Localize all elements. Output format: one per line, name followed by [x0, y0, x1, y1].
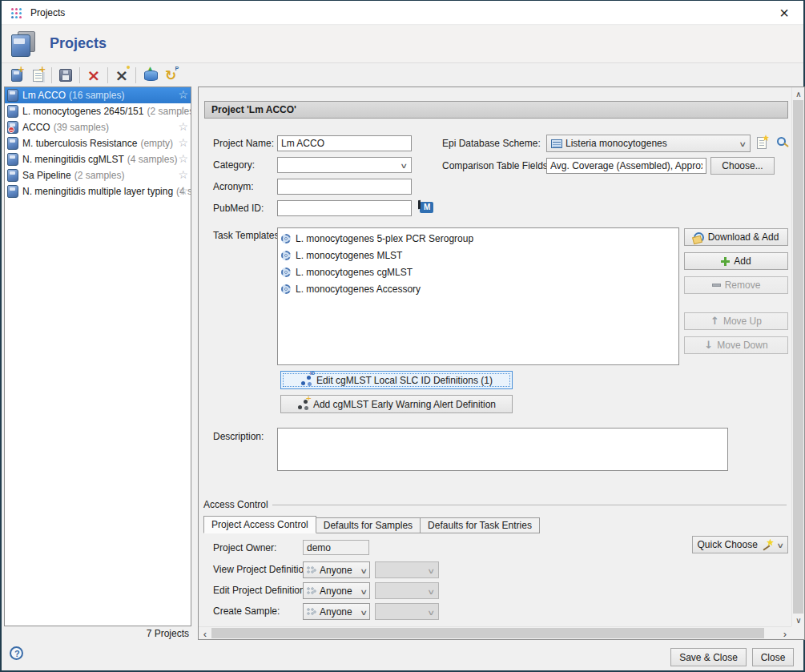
vertical-scrollbar[interactable] [791, 87, 804, 626]
chevron-down-icon [429, 585, 434, 597]
save-project-button[interactable] [56, 66, 75, 85]
task-template-item[interactable]: L. monocytogenes MLST [278, 247, 678, 264]
star-icon[interactable] [178, 136, 188, 149]
star-icon[interactable] [178, 120, 188, 133]
scroll-right-icon[interactable] [779, 627, 791, 640]
scroll-up-icon[interactable] [792, 87, 805, 100]
create-sample-label: Create Sample: [213, 606, 280, 617]
tab-defaults-for-task-entries[interactable]: Defaults for Task Entries [421, 517, 540, 533]
task-template-item[interactable]: L. monocytogenes Accessory [278, 280, 678, 297]
view-definition-user-select [375, 561, 439, 578]
view-definition-select[interactable]: Anyone [303, 561, 370, 578]
add-button[interactable]: Add [684, 252, 788, 270]
task-template-name: L. monocytogenes cgMLST [296, 267, 413, 278]
project-list-item[interactable]: ACCO (39 samples) [5, 119, 191, 135]
projects-icon [11, 31, 40, 57]
project-list-item[interactable]: L. monocytogenes 2645/151 (2 samples) [5, 103, 191, 119]
acronym-input[interactable] [277, 179, 412, 195]
access-control-title: Access Control [203, 499, 268, 510]
task-template-name: L. monocytogenes 5-plex PCR Serogroup [296, 233, 473, 244]
duplicate-project-icon [33, 70, 43, 82]
project-name: ACCO [22, 122, 50, 133]
search-scheme-icon[interactable] [777, 137, 786, 146]
close-button[interactable]: Close [752, 648, 794, 666]
star-icon[interactable] [178, 184, 188, 197]
horizontal-scroll-thumb[interactable] [211, 628, 764, 638]
project-list-item[interactable]: N. meningitidis multiple layer typing (4… [5, 183, 191, 199]
star-icon[interactable] [178, 152, 188, 165]
move-down-button[interactable]: Move Down [684, 336, 788, 354]
task-templates-list[interactable]: L. monocytogenes 5-plex PCR Serogroup L.… [277, 227, 679, 365]
edit-slc-definitions-label: Edit cgMLST Local SLC ID Definitions (1) [316, 375, 493, 386]
project-icon [7, 89, 18, 102]
database-upload-button[interactable] [140, 66, 159, 85]
add-early-warning-button[interactable]: Add cgMLST Early Warning Alert Definitio… [280, 395, 513, 413]
close-icon[interactable] [775, 4, 794, 22]
project-list-item[interactable]: Lm ACCO (16 samples) [5, 87, 191, 103]
project-list-item[interactable]: N. meningitidis cgMLST (4 samples) [5, 151, 191, 167]
star-icon[interactable] [178, 104, 188, 117]
pubmed-icon[interactable] [420, 202, 433, 213]
project-list-item[interactable]: M. tuberculosis Resistance (empty) [5, 135, 191, 151]
tab-project-access-control[interactable]: Project Access Control [203, 516, 316, 533]
epi-scheme-select[interactable]: Listeria monocytogenes [546, 135, 751, 152]
panel-title: Project 'Lm ACCO' [204, 101, 788, 119]
edit-definition-value: Anyone [320, 585, 352, 597]
delete-with-samples-icon [115, 67, 129, 83]
delete-with-samples-button[interactable] [112, 66, 131, 85]
chevron-down-icon [361, 606, 367, 618]
database-upload-icon [144, 70, 156, 81]
new-scheme-icon[interactable] [757, 137, 767, 149]
star-icon[interactable] [178, 168, 188, 181]
choose-fields-button[interactable]: Choose... [710, 157, 775, 175]
edit-definition-select[interactable]: Anyone [303, 582, 370, 599]
project-count-footer: 7 Projects [4, 628, 191, 639]
vertical-scroll-thumb[interactable] [793, 100, 803, 614]
move-up-button[interactable]: Move Up [684, 312, 788, 330]
remove-button[interactable]: Remove [684, 276, 788, 294]
create-sample-value: Anyone [320, 606, 352, 618]
quick-choose-button[interactable]: Quick Choose [692, 536, 788, 553]
create-sample-user-select [375, 603, 439, 620]
remove-label: Remove [725, 280, 761, 291]
chevron-down-icon [401, 159, 407, 171]
new-project-icon [11, 69, 22, 82]
choose-fields-label: Choose... [722, 160, 763, 171]
description-label: Description: [213, 431, 264, 442]
synchronize-button[interactable] [161, 66, 180, 85]
arrow-down-icon [704, 340, 713, 351]
horizontal-scrollbar[interactable] [199, 626, 791, 639]
comparison-fields-input[interactable] [546, 158, 706, 174]
acronym-label: Acronym: [213, 181, 254, 192]
minus-icon [712, 284, 721, 287]
scroll-down-icon[interactable] [792, 614, 805, 626]
delete-project-button[interactable] [84, 66, 103, 85]
group-divider [272, 505, 787, 505]
star-icon[interactable] [178, 88, 188, 101]
add-label: Add [734, 256, 751, 267]
task-template-name: L. monocytogenes Accessory [296, 284, 421, 295]
save-close-button[interactable]: Save & Close [670, 648, 747, 666]
create-sample-select[interactable]: Anyone [303, 603, 370, 620]
task-template-item[interactable]: L. monocytogenes 5-plex PCR Serogroup [278, 230, 678, 247]
project-name: Lm ACCO [22, 90, 66, 101]
description-textarea[interactable] [277, 428, 728, 471]
group-icon [306, 565, 316, 575]
tab-defaults-for-samples[interactable]: Defaults for Samples [316, 517, 421, 533]
project-list-item[interactable]: Sa Pipeline (2 samples) [5, 167, 191, 183]
magic-wand-icon [762, 539, 774, 551]
table-icon [551, 139, 562, 148]
pubmed-input[interactable] [277, 200, 412, 216]
help-icon[interactable] [10, 646, 23, 660]
edit-slc-definitions-button[interactable]: Edit cgMLST Local SLC ID Definitions (1) [280, 371, 513, 389]
category-select[interactable] [277, 157, 412, 173]
task-template-item[interactable]: L. monocytogenes cgMLST [278, 264, 678, 280]
duplicate-project-button[interactable] [28, 66, 47, 85]
epi-scheme-value: Listeria monocytogenes [566, 138, 667, 149]
edit-definition-label: Edit Project Definition: [213, 585, 308, 596]
save-icon [59, 69, 72, 82]
project-name-input[interactable] [277, 135, 412, 151]
download-add-button[interactable]: Download & Add [684, 228, 788, 246]
scroll-left-icon[interactable] [199, 627, 211, 640]
new-project-button[interactable] [7, 66, 26, 85]
